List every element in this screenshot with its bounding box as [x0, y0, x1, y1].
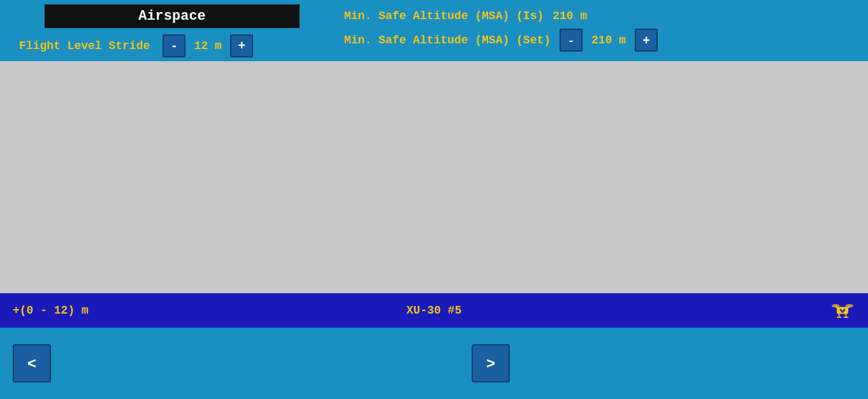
flight-level-row: Flight Level Stride - 12 m +: [19, 34, 319, 57]
forward-button[interactable]: >: [472, 344, 510, 382]
nav-bar: < >: [0, 328, 868, 399]
flight-level-value: 12 m: [192, 40, 224, 52]
msa-is-label: Min. Safe Altitude (MSA) (Is): [344, 10, 544, 22]
flight-level-plus-button[interactable]: +: [230, 34, 253, 57]
msa-set-minus-button[interactable]: -: [560, 29, 582, 52]
back-button[interactable]: <: [13, 344, 51, 382]
airspace-title: Airspace: [45, 4, 300, 28]
status-bar: +(0 - 12) m XU-30 #5: [0, 293, 868, 328]
msa-set-row: Min. Safe Altitude (MSA) (Set) - 210 m +: [344, 29, 658, 52]
msa-set-label: Min. Safe Altitude (MSA) (Set): [344, 34, 551, 47]
msa-set-value: 210 m: [591, 34, 626, 47]
right-section: Min. Safe Altitude (MSA) (Is) 210 m Min.…: [344, 10, 658, 52]
msa-is-row: Min. Safe Altitude (MSA) (Is) 210 m: [344, 10, 658, 22]
drone-icon: [830, 298, 855, 323]
status-center-text: XU-30 #5: [407, 304, 461, 317]
msa-set-plus-button[interactable]: +: [635, 29, 658, 52]
top-bar: Airspace Flight Level Stride - 12 m + Mi…: [0, 0, 868, 61]
main-content-area: [0, 61, 868, 293]
status-left-text: +(0 - 12) m: [13, 304, 89, 317]
flight-level-stride-label: Flight Level Stride: [19, 40, 150, 52]
msa-is-value: 210 m: [553, 10, 587, 22]
left-section: Airspace Flight Level Stride - 12 m +: [13, 4, 319, 57]
flight-level-minus-button[interactable]: -: [163, 34, 185, 57]
status-right: [830, 298, 855, 323]
